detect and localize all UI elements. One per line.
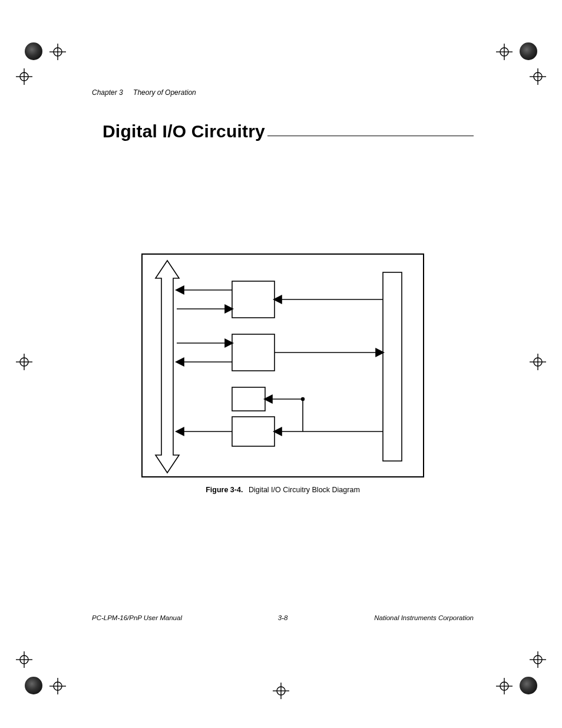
section-title: Digital I/O Circuitry xyxy=(92,121,265,141)
io-connector-block xyxy=(383,272,402,461)
figure-container: Figure 3-4. Digital I/O Circuitry Block … xyxy=(92,253,474,494)
printer-mark-circle xyxy=(25,42,42,60)
printer-registration-mark xyxy=(16,68,32,85)
page-footer: PC-LPM-16/PnP User Manual 3-8 National I… xyxy=(92,614,474,621)
printer-registration-mark xyxy=(530,68,546,85)
printer-registration-mark xyxy=(16,651,32,668)
printer-registration-mark xyxy=(49,44,66,60)
figure-number: Figure 3-4. xyxy=(206,486,243,494)
chapter-title: Theory of Operation xyxy=(133,88,196,97)
printer-registration-mark xyxy=(16,354,32,370)
svg-marker-33 xyxy=(156,261,179,473)
register-block xyxy=(232,417,275,446)
register-block xyxy=(232,387,265,411)
svg-point-42 xyxy=(301,397,305,401)
printer-registration-mark xyxy=(530,354,546,370)
section-title-row: Digital I/O Circuitry xyxy=(92,121,474,141)
figure-caption-text: Digital I/O Circuitry Block Diagram xyxy=(249,486,360,494)
register-block xyxy=(232,281,275,318)
printer-registration-mark xyxy=(530,651,546,668)
figure-caption: Figure 3-4. Digital I/O Circuitry Block … xyxy=(206,486,360,494)
register-block xyxy=(232,334,275,371)
chapter-number: Chapter 3 xyxy=(92,88,123,97)
printer-mark-circle xyxy=(520,677,537,694)
bus-arrow-icon xyxy=(156,261,179,473)
title-rule xyxy=(267,136,474,136)
printer-registration-mark xyxy=(496,44,513,60)
printer-registration-mark xyxy=(49,678,66,694)
page-content: Chapter 3 Theory of Operation Digital I/… xyxy=(92,88,474,494)
footer-page-number: 3-8 xyxy=(278,614,288,621)
running-header: Chapter 3 Theory of Operation xyxy=(92,88,474,97)
printer-registration-mark xyxy=(273,683,289,699)
printer-mark-circle xyxy=(25,677,42,694)
printer-registration-mark xyxy=(496,678,513,694)
printer-mark-circle xyxy=(520,42,537,60)
block-diagram xyxy=(141,253,424,477)
footer-left: PC-LPM-16/PnP User Manual xyxy=(92,614,182,621)
footer-right: National Instruments Corporation xyxy=(374,614,474,621)
